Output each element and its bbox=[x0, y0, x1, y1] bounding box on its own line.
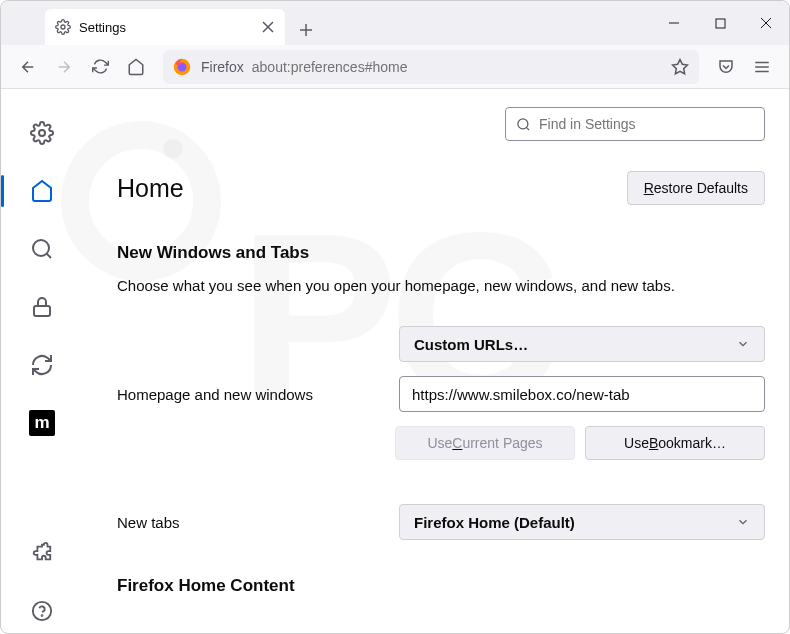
chevron-down-icon bbox=[736, 515, 750, 529]
section-desc: Choose what you see when you open your h… bbox=[117, 275, 765, 296]
pocket-button[interactable] bbox=[709, 50, 743, 84]
section-firefox-home-content: Firefox Home Content bbox=[117, 576, 765, 596]
firefox-icon bbox=[173, 58, 191, 76]
sidebar-more-mozilla[interactable]: m bbox=[20, 401, 64, 445]
reload-button[interactable] bbox=[83, 50, 117, 84]
svg-point-9 bbox=[42, 615, 43, 616]
section-new-windows-tabs: New Windows and Tabs bbox=[117, 243, 765, 263]
bookmark-star-icon[interactable] bbox=[671, 58, 689, 76]
sidebar: m bbox=[1, 89, 83, 633]
search-icon bbox=[30, 237, 54, 261]
url-text: about:preferences#home bbox=[252, 59, 671, 75]
svg-point-0 bbox=[61, 25, 65, 29]
plus-icon bbox=[299, 23, 313, 37]
reload-icon bbox=[92, 58, 109, 75]
chevron-down-icon bbox=[736, 337, 750, 351]
home-button[interactable] bbox=[119, 50, 153, 84]
svg-point-5 bbox=[39, 130, 45, 136]
svg-rect-1 bbox=[716, 19, 725, 28]
settings-search-input[interactable] bbox=[539, 116, 754, 132]
arrow-left-icon bbox=[19, 58, 37, 76]
use-bookmark-button[interactable]: Use Bookmark…Use Bookmark… bbox=[585, 426, 765, 460]
use-current-pages-button[interactable]: Use Current PagesUse Current Pages bbox=[395, 426, 575, 460]
url-bar[interactable]: Firefox about:preferences#home bbox=[163, 50, 699, 84]
newtabs-mode-select[interactable]: Firefox Home (Default) bbox=[399, 504, 765, 540]
homepage-label: Homepage and new windows bbox=[117, 386, 399, 403]
close-icon[interactable] bbox=[261, 20, 275, 34]
maximize-icon bbox=[715, 18, 726, 29]
select-value: Firefox Home (Default) bbox=[414, 514, 575, 531]
gear-icon bbox=[30, 121, 54, 145]
sidebar-home[interactable] bbox=[20, 169, 64, 213]
homepage-mode-select[interactable]: Custom URLs… bbox=[399, 326, 765, 362]
mozilla-icon: m bbox=[29, 410, 55, 436]
svg-rect-7 bbox=[34, 306, 50, 316]
sync-icon bbox=[30, 353, 54, 377]
close-icon bbox=[760, 17, 772, 29]
identity-label: Firefox bbox=[201, 59, 244, 75]
minimize-button[interactable] bbox=[651, 1, 697, 45]
forward-button[interactable] bbox=[47, 50, 81, 84]
svg-marker-4 bbox=[673, 59, 688, 73]
svg-point-6 bbox=[33, 240, 49, 256]
pocket-icon bbox=[717, 58, 735, 76]
homepage-url-input[interactable] bbox=[399, 376, 765, 412]
back-button[interactable] bbox=[11, 50, 45, 84]
lock-icon bbox=[30, 295, 54, 319]
svg-point-10 bbox=[518, 118, 528, 128]
page-title: Home bbox=[117, 174, 184, 203]
arrow-right-icon bbox=[55, 58, 73, 76]
close-window-button[interactable] bbox=[743, 1, 789, 45]
restore-defaults-button[interactable]: RRestore Defaultsestore Defaults bbox=[627, 171, 765, 205]
hamburger-icon bbox=[753, 58, 771, 76]
new-tab-button[interactable] bbox=[291, 15, 321, 45]
gear-icon bbox=[55, 19, 71, 35]
sidebar-search[interactable] bbox=[20, 227, 64, 271]
sidebar-general[interactable] bbox=[20, 111, 64, 155]
home-icon bbox=[30, 179, 54, 203]
sidebar-sync[interactable] bbox=[20, 343, 64, 387]
select-value: Custom URLs… bbox=[414, 336, 528, 353]
search-icon bbox=[516, 117, 531, 132]
sidebar-privacy[interactable] bbox=[20, 285, 64, 329]
help-icon bbox=[31, 600, 53, 622]
sidebar-help[interactable] bbox=[20, 589, 64, 633]
tab-title: Settings bbox=[79, 20, 261, 35]
puzzle-icon bbox=[31, 542, 53, 564]
app-menu-button[interactable] bbox=[745, 50, 779, 84]
browser-tab[interactable]: Settings bbox=[45, 9, 285, 45]
minimize-icon bbox=[668, 17, 680, 29]
newtabs-label: New tabs bbox=[117, 514, 399, 531]
sidebar-extensions[interactable] bbox=[20, 531, 64, 575]
maximize-button[interactable] bbox=[697, 1, 743, 45]
settings-search[interactable] bbox=[505, 107, 765, 141]
main-panel: Home RRestore Defaultsestore Defaults Ne… bbox=[83, 89, 789, 633]
home-icon bbox=[127, 58, 145, 76]
